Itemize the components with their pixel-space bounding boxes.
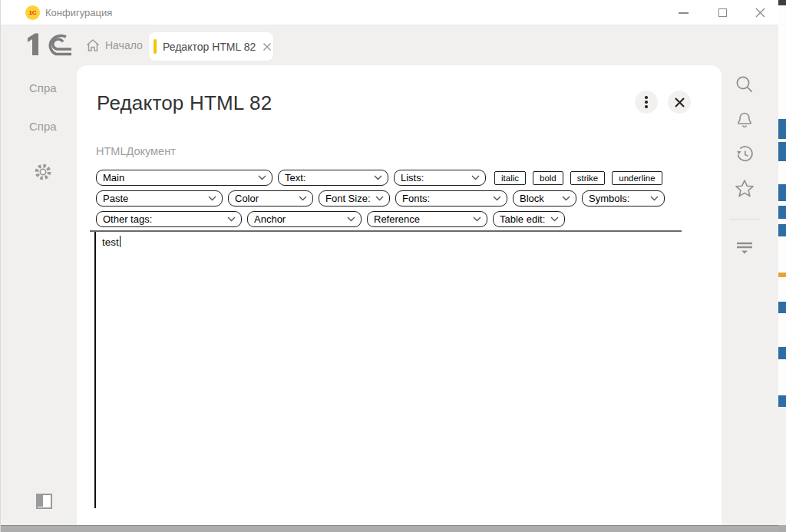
filter-icon[interactable] bbox=[734, 236, 755, 258]
italic-button[interactable]: italic bbox=[494, 171, 526, 185]
block-dropdown[interactable]: Block bbox=[513, 190, 576, 207]
minimize-button[interactable] bbox=[679, 12, 689, 14]
chevron-down-icon bbox=[347, 216, 355, 222]
text-cursor bbox=[120, 236, 121, 247]
close-icon bbox=[674, 97, 685, 108]
chevron-down-icon bbox=[473, 216, 481, 222]
sidebar-toggle-icon[interactable] bbox=[36, 494, 52, 509]
tab-html-editor[interactable]: Редактор HTML 82 bbox=[149, 32, 273, 61]
anchor-dropdown[interactable]: Anchor bbox=[247, 211, 362, 227]
window-left-edge bbox=[0, 0, 1, 532]
toolbar-row-3: Other tags: Anchor Reference Table edit: bbox=[96, 211, 565, 227]
search-icon[interactable] bbox=[734, 74, 755, 96]
chevron-down-icon bbox=[299, 196, 307, 201]
font-size-dropdown[interactable]: Font Size: bbox=[319, 190, 390, 207]
bell-icon[interactable] bbox=[734, 109, 755, 131]
reference-dropdown[interactable]: Reference bbox=[367, 211, 487, 227]
app-icon-1c[interactable]: 1С bbox=[25, 5, 40, 20]
field-label: HTMLДокумент bbox=[96, 145, 176, 157]
text-dropdown[interactable]: Text: bbox=[278, 170, 388, 186]
color-dropdown[interactable]: Color bbox=[228, 190, 313, 207]
underline-button[interactable]: underline bbox=[612, 171, 662, 185]
toolbar-row-2: Paste Color Font Size: Fonts: Block Symb… bbox=[96, 190, 665, 207]
1c-logo bbox=[21, 30, 72, 59]
chevron-down-icon bbox=[650, 196, 659, 201]
strike-button[interactable]: strike bbox=[570, 171, 605, 185]
table-edit-dropdown[interactable]: Table edit: bbox=[493, 211, 565, 227]
chevron-down-icon bbox=[208, 196, 216, 201]
editor-top-border bbox=[90, 230, 682, 232]
sidebar-divider bbox=[730, 219, 759, 220]
html-editor-content[interactable]: test bbox=[102, 236, 121, 248]
close-window-button[interactable] bbox=[755, 8, 765, 18]
kebab-icon bbox=[645, 96, 647, 107]
close-icon bbox=[263, 42, 272, 51]
history-icon[interactable] bbox=[734, 144, 755, 165]
tab-label: Редактор HTML 82 bbox=[163, 41, 256, 53]
home-label: Начало bbox=[105, 39, 143, 51]
tab-close-button[interactable] bbox=[263, 42, 272, 51]
bold-button[interactable]: bold bbox=[533, 171, 563, 185]
paste-dropdown[interactable]: Paste bbox=[96, 190, 223, 207]
active-tab-indicator bbox=[154, 39, 157, 54]
panel-close-button[interactable] bbox=[668, 91, 691, 114]
sidebar-item-spra-1[interactable]: Спра bbox=[29, 81, 57, 94]
chevron-down-icon bbox=[550, 216, 559, 222]
main-dropdown[interactable]: Main bbox=[96, 170, 272, 186]
editor-left-border bbox=[94, 232, 96, 508]
toolbar-row-1: Main Text: Lists: italic bold strike und… bbox=[96, 170, 662, 186]
home-icon bbox=[85, 38, 101, 53]
window-bottom-edge bbox=[0, 525, 778, 532]
chevron-down-icon bbox=[562, 196, 570, 201]
maximize-button[interactable] bbox=[718, 8, 727, 17]
more-menu-button[interactable] bbox=[635, 91, 658, 114]
format-buttons: italic bold strike underline bbox=[494, 171, 662, 185]
chevron-down-icon bbox=[493, 196, 501, 201]
chevron-down-icon bbox=[227, 216, 236, 222]
page-title: Редактор HTML 82 bbox=[97, 91, 272, 115]
editor-panel bbox=[77, 65, 722, 525]
lists-dropdown[interactable]: Lists: bbox=[394, 170, 486, 186]
chevron-down-icon bbox=[374, 175, 382, 180]
fonts-dropdown[interactable]: Fonts: bbox=[395, 190, 507, 207]
chevron-down-icon bbox=[258, 175, 266, 180]
symbols-dropdown[interactable]: Symbols: bbox=[582, 190, 665, 207]
home-button[interactable]: Начало bbox=[85, 38, 143, 53]
chevron-down-icon bbox=[375, 196, 384, 201]
window-title: Конфигурация bbox=[45, 0, 112, 25]
background-window-strip bbox=[778, 0, 786, 532]
title-bar bbox=[0, 0, 778, 25]
chevron-down-icon bbox=[471, 175, 480, 180]
gear-icon[interactable] bbox=[33, 162, 53, 182]
star-icon[interactable] bbox=[734, 178, 755, 200]
other-tags-dropdown[interactable]: Other tags: bbox=[96, 211, 242, 227]
sidebar-item-spra-2[interactable]: Спра bbox=[29, 120, 57, 133]
